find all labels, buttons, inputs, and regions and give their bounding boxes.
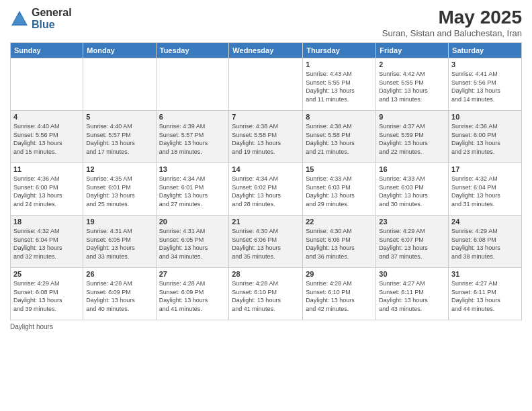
day-number: 6 [159,113,226,121]
day-info-line: Daylight: 13 hours [13,140,62,146]
day-info-line: Daylight: 13 hours [232,244,281,251]
svg-marker-1 [13,13,26,24]
calendar-weekday-tuesday: Tuesday [156,43,229,58]
day-info-line: Sunrise: 4:36 AM [13,175,60,182]
day-number: 1 [306,60,373,68]
day-info-line: Daylight: 13 hours [451,244,500,251]
day-number: 22 [306,218,373,226]
day-info-line: Sunset: 5:57 PM [159,132,204,138]
day-info-line: and 40 minutes. [86,306,129,312]
day-info-line: and 38 minutes. [451,253,494,260]
day-info-line: Sunrise: 4:35 AM [86,175,132,182]
day-number: 30 [379,270,445,278]
calendar-cell [156,58,229,111]
day-info-line: Daylight: 13 hours [232,297,281,304]
day-info-line: Sunset: 6:10 PM [232,289,277,295]
day-number: 26 [86,270,152,278]
day-info-line: Daylight: 13 hours [306,87,355,94]
calendar-week-row: 25Sunrise: 4:29 AMSunset: 6:08 PMDayligh… [11,268,522,320]
logo-general: General [32,7,72,19]
day-info-line: and 28 minutes. [232,201,275,208]
day-info: Sunrise: 4:35 AMSunset: 6:01 PMDaylight:… [86,175,152,208]
day-info-line: Daylight: 13 hours [306,140,355,146]
day-info-line: Sunset: 6:01 PM [159,184,204,191]
day-info-line: Sunset: 6:10 PM [306,289,351,295]
day-info-line: Daylight: 13 hours [86,140,135,146]
day-info: Sunrise: 4:33 AMSunset: 6:03 PMDaylight:… [306,175,373,208]
day-info-line: Sunset: 6:11 PM [451,289,496,295]
day-info-line: Sunset: 5:56 PM [451,79,496,86]
day-info-line: and 14 minutes. [451,96,494,103]
day-info: Sunrise: 4:28 AMSunset: 6:10 PMDaylight:… [232,279,300,313]
calendar-cell: 15Sunrise: 4:33 AMSunset: 6:03 PMDayligh… [303,163,376,216]
calendar-week-row: 1Sunrise: 4:43 AMSunset: 5:55 PMDaylight… [11,58,522,111]
day-number: 23 [379,218,445,226]
calendar-cell: 30Sunrise: 4:27 AMSunset: 6:11 PMDayligh… [376,268,449,320]
day-info-line: Sunset: 6:05 PM [159,236,204,243]
calendar-header-row: SundayMondayTuesdayWednesdayThursdayFrid… [11,43,522,58]
day-info: Sunrise: 4:34 AMSunset: 6:02 PMDaylight:… [232,175,300,208]
calendar-table: SundayMondayTuesdayWednesdayThursdayFrid… [10,42,522,320]
day-info-line: Sunset: 5:56 PM [13,132,58,138]
day-info-line: Sunset: 6:00 PM [13,184,58,191]
day-info-line: and 27 minutes. [159,201,202,208]
day-info-line: Sunrise: 4:40 AM [86,123,132,130]
day-info-line: Sunset: 5:58 PM [232,132,277,138]
day-info-line: Sunrise: 4:36 AM [451,123,498,130]
day-info-line: and 35 minutes. [232,253,275,260]
month-title: May 2025 [382,7,522,28]
day-number: 21 [232,218,300,226]
day-info-line: Sunrise: 4:29 AM [451,228,498,234]
day-info-line: and 15 minutes. [13,148,56,155]
calendar-weekday-thursday: Thursday [303,43,376,58]
calendar-cell: 21Sunrise: 4:30 AMSunset: 6:06 PMDayligh… [229,216,303,268]
day-info-line: Sunrise: 4:42 AM [379,71,425,77]
day-number: 11 [13,165,80,173]
day-number: 29 [306,270,373,278]
day-info-line: Sunset: 6:06 PM [232,236,277,243]
calendar-cell: 29Sunrise: 4:28 AMSunset: 6:10 PMDayligh… [303,268,376,320]
day-info-line: Sunset: 5:58 PM [306,132,351,138]
day-info-line: Sunset: 6:03 PM [379,184,424,191]
calendar-weekday-wednesday: Wednesday [229,43,303,58]
title-section: May 2025 Suran, Sistan and Baluchestan, … [382,7,522,38]
day-info: Sunrise: 4:30 AMSunset: 6:06 PMDaylight:… [306,227,373,261]
day-info-line: and 41 minutes. [159,306,202,312]
day-info-line: Sunset: 6:05 PM [86,236,131,243]
day-info-line: Daylight: 13 hours [379,192,428,199]
calendar-weekday-saturday: Saturday [449,43,522,58]
day-info-line: Sunset: 6:04 PM [451,184,496,191]
day-info-line: Daylight: 13 hours [379,244,428,251]
day-info-line: Daylight: 13 hours [306,244,355,251]
day-info-line: Sunset: 5:59 PM [379,132,424,138]
calendar-cell [229,58,303,111]
calendar-cell: 6Sunrise: 4:39 AMSunset: 5:57 PMDaylight… [156,111,229,163]
day-number: 5 [86,113,152,121]
day-number: 31 [451,270,519,278]
day-number: 10 [451,113,519,121]
day-info-line: and 44 minutes. [451,306,494,312]
day-info: Sunrise: 4:32 AMSunset: 6:04 PMDaylight:… [13,227,80,261]
calendar-weekday-sunday: Sunday [11,43,83,58]
calendar-cell: 1Sunrise: 4:43 AMSunset: 5:55 PMDaylight… [303,58,376,111]
day-number: 16 [379,165,445,173]
day-info-line: Daylight: 13 hours [159,192,208,199]
day-number: 27 [159,270,226,278]
day-info: Sunrise: 4:32 AMSunset: 6:04 PMDaylight:… [451,175,519,208]
calendar-cell: 20Sunrise: 4:31 AMSunset: 6:05 PMDayligh… [156,216,229,268]
day-info-line: Sunset: 6:11 PM [379,289,424,295]
logo-blue: Blue [32,19,72,31]
day-info-line: Sunset: 6:01 PM [86,184,131,191]
day-info-line: Sunrise: 4:28 AM [306,280,352,287]
day-info-line: Sunrise: 4:32 AM [451,175,498,182]
day-info-line: and 39 minutes. [13,306,56,312]
day-info: Sunrise: 4:27 AMSunset: 6:11 PMDaylight:… [379,279,445,313]
day-number: 13 [159,165,226,173]
day-info-line: Daylight: 13 hours [13,297,62,304]
calendar-weekday-monday: Monday [83,43,156,58]
day-info: Sunrise: 4:28 AMSunset: 6:09 PMDaylight:… [159,279,226,313]
calendar-cell: 9Sunrise: 4:37 AMSunset: 5:59 PMDaylight… [376,111,449,163]
day-info-line: Sunrise: 4:33 AM [379,175,425,182]
calendar-cell [83,58,156,111]
calendar-cell: 12Sunrise: 4:35 AMSunset: 6:01 PMDayligh… [83,163,156,216]
